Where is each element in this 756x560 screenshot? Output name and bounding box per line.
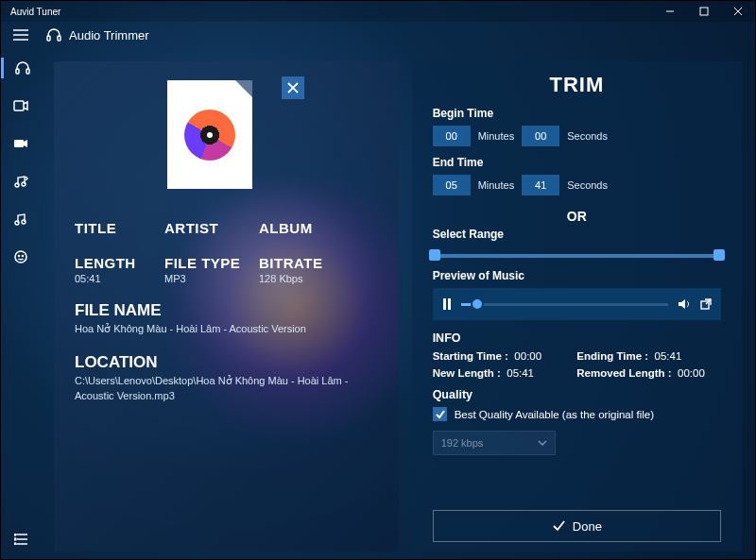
- trim-panel: TRIM Begin Time Minutes Seconds End Time…: [412, 61, 742, 552]
- headphones-icon: [46, 27, 61, 42]
- quality-header: Quality: [433, 388, 721, 401]
- close-window-button[interactable]: [721, 1, 755, 22]
- value-length: 05:41: [75, 273, 164, 284]
- pause-button[interactable]: [442, 298, 452, 310]
- info-rem-label: Removed Length :: [576, 367, 671, 379]
- menu-button[interactable]: [7, 29, 35, 41]
- svg-rect-8: [58, 36, 60, 41]
- sidebar-item-video[interactable]: [1, 95, 41, 116]
- file-info-panel: TITLE ARTIST ALBUM LENGTH 05:41 FILE TYP…: [54, 61, 399, 552]
- svg-rect-7: [47, 36, 50, 41]
- svg-point-15: [15, 221, 19, 225]
- info-start-label: Starting Time :: [433, 350, 508, 362]
- playback-track[interactable]: [461, 303, 668, 306]
- svg-rect-1: [700, 8, 708, 15]
- info-end-label: Ending Time :: [576, 350, 648, 362]
- range-thumb-start[interactable]: [429, 249, 440, 261]
- value-filetype: MP3: [164, 273, 259, 284]
- select-range-label: Select Range: [433, 228, 721, 241]
- chevron-down-icon: [538, 440, 547, 446]
- sidebar-item-camera[interactable]: [1, 133, 41, 154]
- sidebar-item-list[interactable]: [1, 529, 41, 550]
- titlebar: Auvid Tuner: [1, 1, 755, 22]
- section-title: Audio Trimmer: [69, 28, 149, 42]
- label-album: ALBUM: [259, 220, 349, 236]
- preview-label: Preview of Music: [433, 269, 721, 282]
- end-time-label: End Time: [433, 156, 721, 169]
- svg-rect-12: [14, 140, 24, 147]
- begin-time-label: Begin Time: [433, 107, 721, 120]
- label-artist: ARTIST: [164, 220, 259, 236]
- label-title: TITLE: [75, 220, 164, 236]
- music-file-icon: [184, 110, 235, 161]
- svg-point-25: [14, 543, 16, 545]
- volume-icon[interactable]: [678, 298, 691, 310]
- close-file-button[interactable]: [282, 76, 304, 99]
- info-rem-val: 00:00: [678, 367, 705, 379]
- begin-seconds-input[interactable]: [522, 126, 559, 146]
- maximize-button[interactable]: [687, 1, 721, 22]
- sidebar-item-music-convert[interactable]: [1, 171, 41, 192]
- label-bitrate: BITRATE: [259, 255, 349, 271]
- end-seconds-input[interactable]: [522, 175, 559, 195]
- end-minutes-input[interactable]: [433, 175, 471, 195]
- bitrate-select[interactable]: 192 kbps: [433, 431, 556, 455]
- header: Audio Trimmer: [1, 22, 755, 48]
- popout-icon[interactable]: [700, 298, 712, 310]
- info-grid: Starting Time : 00:00 Ending Time : 05:4…: [433, 350, 721, 379]
- file-thumbnail: [167, 80, 252, 189]
- range-slider[interactable]: [433, 254, 721, 258]
- minutes-unit-2: Minutes: [478, 179, 515, 191]
- svg-rect-28: [443, 298, 446, 310]
- done-label: Done: [573, 519, 602, 534]
- info-header: INFO: [433, 331, 721, 345]
- audio-player: [433, 288, 721, 320]
- svg-point-17: [15, 251, 26, 263]
- minimize-button[interactable]: [653, 1, 687, 22]
- begin-minutes-input[interactable]: [433, 126, 471, 146]
- value-filename: Hoa Nở Không Màu - Hoài Lâm - Acoustic V…: [75, 322, 377, 336]
- svg-point-19: [23, 256, 24, 257]
- seconds-unit-2: Seconds: [567, 179, 608, 191]
- range-thumb-end[interactable]: [713, 249, 725, 261]
- info-start-val: 00:00: [514, 350, 541, 362]
- value-bitrate: 128 Kbps: [259, 273, 349, 284]
- best-quality-label: Best Quality Available (as the original …: [455, 409, 654, 420]
- sidebar-item-audio[interactable]: [1, 58, 41, 78]
- trim-title: TRIM: [433, 73, 721, 97]
- svg-point-24: [14, 538, 16, 540]
- sidebar-item-music-tag[interactable]: [1, 209, 41, 229]
- best-quality-checkbox[interactable]: [433, 407, 447, 421]
- svg-rect-9: [16, 69, 19, 74]
- svg-rect-10: [26, 69, 29, 74]
- label-filetype: FILE TYPE: [164, 255, 259, 271]
- app-title: Auvid Tuner: [10, 7, 60, 17]
- svg-rect-11: [14, 101, 24, 110]
- minutes-unit: Minutes: [478, 130, 515, 142]
- or-divider: OR: [433, 209, 721, 224]
- label-location: LOCATION: [75, 353, 378, 372]
- info-end-val: 05:41: [655, 350, 682, 362]
- svg-rect-29: [448, 298, 451, 310]
- seconds-unit: Seconds: [567, 130, 608, 142]
- svg-point-18: [19, 256, 20, 257]
- svg-point-16: [22, 220, 26, 224]
- label-length: LENGTH: [75, 255, 164, 271]
- playback-thumb[interactable]: [471, 297, 484, 311]
- bitrate-select-value: 192 kbps: [441, 437, 484, 449]
- svg-point-23: [14, 534, 16, 535]
- done-button[interactable]: Done: [433, 510, 721, 542]
- value-location: C:\Users\Lenovo\Desktop\Hoa Nở Không Màu…: [75, 374, 377, 403]
- info-new-val: 05:41: [507, 367, 534, 379]
- info-new-label: New Length :: [433, 367, 501, 379]
- label-filename: FILE NAME: [75, 301, 378, 320]
- sidebar: [1, 48, 41, 559]
- svg-point-14: [22, 182, 26, 186]
- svg-point-13: [15, 183, 19, 187]
- sidebar-item-feedback[interactable]: [1, 246, 41, 267]
- check-icon: [552, 520, 565, 532]
